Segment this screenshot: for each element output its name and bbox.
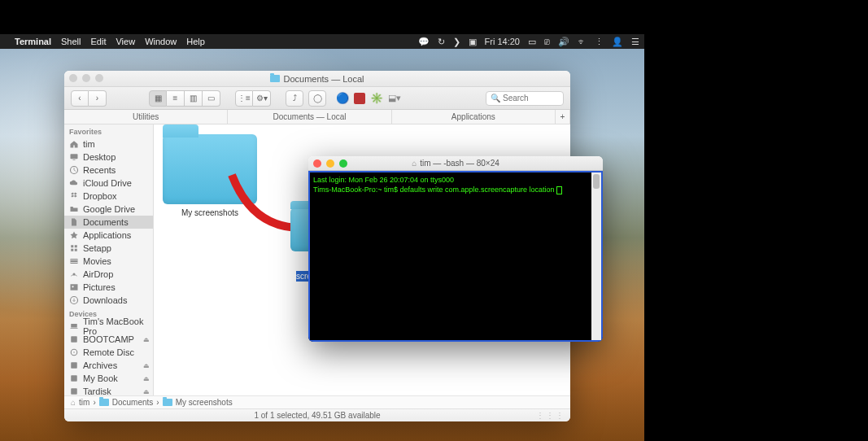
app-icon-2[interactable] [354, 93, 365, 104]
sidebar-item-icloud[interactable]: iCloud Drive [64, 177, 153, 190]
sidebar-item-bootcamp[interactable]: BOOTCAMP⏏ [64, 333, 153, 346]
sidebar-item-label: tim [83, 139, 95, 149]
view-icon-button[interactable]: ▦ [149, 90, 167, 107]
eject-icon[interactable]: ⏏ [143, 375, 150, 382]
minimize-button[interactable] [326, 159, 334, 168]
finder-titlebar[interactable]: Documents — Local [64, 71, 570, 87]
terminal-traffic-lights [313, 159, 347, 168]
eject-icon[interactable]: ⏏ [143, 388, 150, 395]
downloads-icon [69, 295, 79, 305]
menubar-status-area: 💬 ↻ ❯ ▣ Fri 14:20 ▭ ⎚ 🔊 ᯤ ⋮ 👤 ☰ [418, 37, 639, 47]
view-list-button[interactable]: ≡ [167, 90, 185, 107]
tab-add-button[interactable]: + [556, 110, 570, 124]
screenshot-icon[interactable]: ▣ [469, 37, 477, 47]
sidebar-item-documents[interactable]: Documents [64, 216, 153, 229]
menubar-item-shell[interactable]: Shell [61, 37, 81, 46]
terminal-titlebar[interactable]: ⌂ tim — -bash — 80×24 [308, 156, 603, 171]
path-segment[interactable]: tim [79, 398, 89, 407]
finder-status-bar: 1 of 1 selected, 49.51 GB available ⋮⋮⋮ [64, 408, 570, 421]
home-icon[interactable]: ⌂ [71, 398, 76, 407]
tags-button[interactable]: ◯ [308, 90, 326, 107]
terminal-content[interactable]: Last login: Mon Feb 26 20:07:04 on ttys0… [308, 171, 603, 342]
sidebar-item-label: Google Drive [83, 204, 135, 214]
sidebar-item-pictures[interactable]: Pictures [64, 281, 153, 294]
app-icon-1[interactable]: 🔵 [336, 92, 349, 104]
app-icon-3[interactable]: ✳️ [370, 92, 383, 104]
arrange-button[interactable]: ⋮≡ [235, 90, 253, 107]
sidebar-item-remotedisc[interactable]: Remote Disc [64, 346, 153, 359]
document-icon [69, 217, 79, 227]
laptop-icon [69, 321, 79, 331]
sidebar-item-desktop[interactable]: Desktop [64, 151, 153, 164]
view-column-button[interactable]: ▥ [185, 90, 203, 107]
list-icon[interactable]: ☰ [631, 37, 639, 47]
menubar-item-edit[interactable]: Edit [91, 37, 107, 46]
forward-button[interactable]: › [89, 90, 107, 107]
clock-text[interactable]: Fri 14:20 [485, 37, 520, 46]
search-field[interactable]: 🔍 [486, 91, 564, 106]
disk-icon [69, 334, 79, 344]
close-button[interactable] [69, 74, 77, 82]
sidebar-item-archives[interactable]: Archives⏏ [64, 359, 153, 372]
view-gallery-button[interactable]: ▭ [203, 90, 220, 107]
dropbox-icon[interactable]: ⬓▾ [388, 93, 401, 103]
path-segment[interactable]: Documents [112, 398, 154, 407]
sidebar-item-googledrive[interactable]: Google Drive [64, 203, 153, 216]
chat-icon[interactable]: 💬 [418, 37, 430, 47]
path-segment[interactable]: My screenshots [176, 398, 233, 407]
sidebar-item-recents[interactable]: Recents [64, 164, 153, 177]
zoom-button[interactable] [95, 74, 103, 82]
chevron-right-icon[interactable]: ❯ [453, 37, 460, 47]
sidebar-item-tardisk[interactable]: Tardisk⏏ [64, 385, 153, 395]
sidebar-item-mybook[interactable]: My Book⏏ [64, 372, 153, 385]
sidebar-item-macbook[interactable]: Tim's MacBook Pro [64, 320, 153, 333]
search-input[interactable] [503, 94, 559, 103]
sidebar-item-label: AirDrop [83, 269, 113, 279]
svg-rect-7 [71, 259, 78, 264]
sidebar-item-label: iCloud Drive [83, 178, 132, 188]
svg-point-16 [73, 351, 75, 353]
back-button[interactable]: ‹ [71, 90, 89, 107]
disk-icon [69, 360, 79, 370]
eject-icon[interactable]: ⏏ [143, 336, 150, 343]
action-button[interactable]: ⚙︎▾ [253, 90, 271, 107]
volume-icon[interactable]: 🔊 [558, 37, 569, 47]
menubar-item-window[interactable]: Window [145, 37, 177, 46]
tab-applications[interactable]: Applications [392, 110, 556, 124]
sidebar-item-movies[interactable]: Movies [64, 255, 153, 268]
battery-icon[interactable]: ▭ [528, 37, 536, 47]
sidebar-item-applications[interactable]: Applications [64, 229, 153, 242]
sidebar-item-setapp[interactable]: Setapp [64, 242, 153, 255]
sidebar-item-label: Movies [83, 256, 111, 266]
sidebar-item-label: Downloads [83, 295, 127, 305]
share-button[interactable]: ⤴ [286, 90, 303, 107]
sidebar-item-airdrop[interactable]: AirDrop [64, 268, 153, 281]
menubar-item-help[interactable]: Help [186, 37, 205, 46]
eject-icon[interactable]: ⏏ [143, 362, 150, 369]
zoom-button[interactable] [339, 159, 347, 168]
menubar-app[interactable]: Terminal [15, 37, 51, 46]
terminal-cursor [556, 186, 562, 194]
sidebar-item-downloads[interactable]: Downloads [64, 294, 153, 307]
folder-icon [163, 399, 172, 406]
sidebar-item-dropbox[interactable]: Dropbox [64, 190, 153, 203]
wifi-icon[interactable]: ᯤ [578, 37, 587, 46]
scrollbar[interactable] [591, 172, 601, 340]
tab-documents[interactable]: Documents — Local [228, 110, 391, 124]
disk-icon [69, 373, 79, 383]
sidebar-item-tim[interactable]: tim [64, 138, 153, 151]
finder-tab-bar: Utilities Documents — Local Applications… [64, 110, 570, 124]
display-icon[interactable]: ⎚ [544, 37, 550, 46]
menubar: Terminal Shell Edit View Window Help 💬 ↻… [0, 34, 644, 49]
menubar-item-view[interactable]: View [116, 37, 135, 46]
desktop-icon [69, 152, 79, 162]
sync-icon[interactable]: ↻ [438, 37, 445, 47]
minimize-button[interactable] [82, 74, 90, 82]
user-icon[interactable]: 👤 [612, 37, 623, 47]
tab-utilities[interactable]: Utilities [64, 110, 228, 124]
bluetooth-icon[interactable]: ⋮ [595, 37, 604, 47]
home-icon: ⌂ [412, 159, 417, 168]
resize-grip[interactable]: ⋮⋮⋮ [536, 411, 565, 420]
close-button[interactable] [313, 159, 321, 168]
applications-icon [69, 230, 79, 240]
